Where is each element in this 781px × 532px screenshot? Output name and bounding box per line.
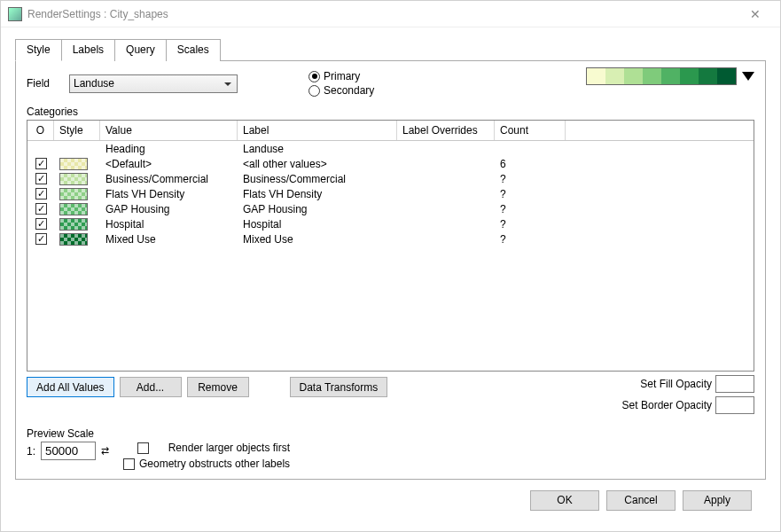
grid-body: Heading Landuse <Default><all other valu… [27,141,754,371]
tab-query[interactable]: Query [115,39,167,61]
row-checkbox[interactable] [35,188,47,200]
row-value: GAP Housing [100,203,238,215]
radio-secondary-circle [308,85,320,97]
radio-primary-circle [308,71,320,82]
table-row[interactable]: Flats VH DensityFlats VH Density? [27,186,754,201]
header-overrides[interactable]: Label Overrides [397,121,495,140]
ramp-swatch [699,68,717,84]
table-row[interactable]: Business/CommercialBusiness/Commercial? [27,171,754,186]
row-count: ? [495,218,566,231]
tab-strip: Style Labels Query Scales [15,38,766,61]
header-o[interactable]: O [27,121,54,140]
border-opacity-input[interactable] [715,396,754,414]
ramp-swatch [661,68,680,84]
radio-secondary[interactable]: Secondary [308,84,374,97]
row-count: 6 [495,158,566,170]
close-icon[interactable]: ✕ [738,2,773,27]
table-row[interactable]: Mixed UseMixed Use? [27,231,754,246]
preview-scale-block: Preview Scale 1: ⇄ [27,427,107,460]
row-checkbox[interactable] [35,233,47,245]
row-checkbox[interactable] [35,158,47,169]
top-row: Field Landuse Primary Secondary [27,70,754,97]
row-swatch[interactable] [59,203,88,215]
row-count: ? [495,233,566,246]
titlebar: RenderSettings : City_shapes ✕ [1,1,780,27]
app-icon [8,7,22,21]
window: RenderSettings : City_shapes ✕ Style Lab… [0,0,781,532]
row-swatch[interactable] [59,233,88,246]
heading-value: Heading [100,143,238,155]
preview-scale-input[interactable] [41,442,96,460]
data-transforms-button[interactable]: Data Transforms [290,377,388,397]
render-larger-checkbox[interactable] [137,442,149,454]
ramp-swatch [624,68,643,84]
render-larger-label: Render larger objects first [168,442,290,454]
ok-button[interactable]: OK [530,490,599,511]
cancel-button[interactable]: Cancel [606,490,676,511]
row-checkbox[interactable] [35,218,47,230]
render-larger-check[interactable]: Render larger objects first [123,442,290,454]
footer: OK Cancel Apply [15,480,766,520]
radio-primary[interactable]: Primary [308,70,374,82]
row-checkbox[interactable] [35,203,47,215]
row-swatch[interactable] [59,218,88,231]
table-row[interactable]: HospitalHospital? [27,216,754,231]
mode-group: Primary Secondary [308,70,374,97]
grid-header: O Style Value Label Label Overrides Coun… [27,121,754,141]
opacity-block: Set Fill Opacity Set Border Opacity [622,375,754,414]
row-count: ? [495,173,566,185]
tab-style[interactable]: Style [15,39,62,61]
color-ramp-wrap [586,67,754,85]
row-label: <all other values> [238,158,397,170]
heading-row: Heading Landuse [27,141,754,156]
apply-button[interactable]: Apply [683,490,752,511]
add-button[interactable]: Add... [120,377,182,397]
remove-button[interactable]: Remove [187,377,249,397]
ramp-swatch [680,68,699,84]
row-checkbox[interactable] [35,173,47,184]
window-title: RenderSettings : City_shapes [27,8,738,20]
tab-labels[interactable]: Labels [62,39,115,61]
row-value: Hospital [100,218,238,231]
row-count: ? [495,203,566,215]
row-value: Flats VH Density [100,188,238,200]
row-swatch[interactable] [59,173,88,185]
table-row[interactable]: <Default><all other values>6 [27,156,754,171]
preview-scale-title: Preview Scale [27,427,107,440]
border-opacity-row: Set Border Opacity [622,396,754,414]
fill-opacity-input[interactable] [715,375,754,393]
row-swatch[interactable] [59,158,88,170]
add-all-values-button[interactable]: Add All Values [27,377,114,397]
table-row[interactable]: GAP HousingGAP Housing? [27,201,754,216]
field-label: Field [27,77,62,90]
radio-primary-label: Primary [324,70,360,82]
row-swatch[interactable] [59,188,88,200]
tab-scales[interactable]: Scales [167,39,221,61]
row-label: Hospital [238,218,397,231]
field-select[interactable]: Landuse [69,74,238,93]
ramp-swatch [717,68,736,84]
ramp-dropdown-icon[interactable] [742,72,754,81]
geometry-obstructs-label: Geometry obstructs other labels [139,458,290,470]
header-style[interactable]: Style [54,121,100,140]
categories-label: Categories [27,106,754,118]
row-count: ? [495,188,566,200]
scale-link-icon[interactable]: ⇄ [101,445,107,457]
geometry-obstructs-checkbox[interactable] [123,458,135,470]
row-label: Mixed Use [238,233,397,246]
heading-label: Landuse [238,143,397,155]
ramp-swatch [587,68,605,84]
fill-opacity-row: Set Fill Opacity [622,375,754,393]
row-label: Business/Commercial [238,173,397,185]
render-options-block: Render larger objects first Geometry obs… [123,442,290,470]
content: Style Labels Query Scales Field Landuse … [1,27,780,531]
geometry-obstructs-check[interactable]: Geometry obstructs other labels [123,458,290,470]
header-count[interactable]: Count [495,121,566,140]
row-value: Business/Commercial [100,173,238,185]
fill-opacity-label: Set Fill Opacity [640,378,712,390]
ramp-swatch [643,68,661,84]
color-ramp[interactable] [586,67,737,85]
header-value[interactable]: Value [100,121,238,140]
header-label[interactable]: Label [238,121,397,140]
button-row: Add All Values Add... Remove Data Transf… [27,377,754,397]
